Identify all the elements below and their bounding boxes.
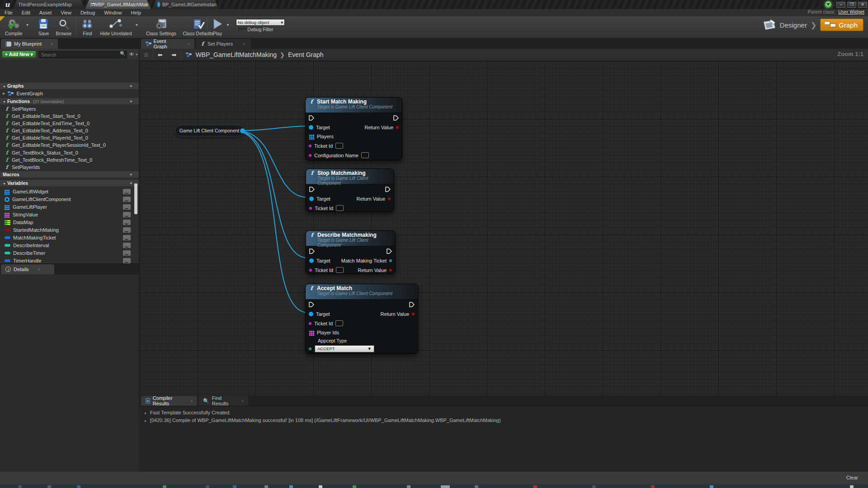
player-ids-array-pin[interactable] xyxy=(309,331,311,332)
window-minimize-button[interactable]: – xyxy=(836,2,845,8)
tab-close-icon[interactable]: x xyxy=(38,267,40,272)
scrollbar-thumb[interactable] xyxy=(134,183,137,214)
configuration-name-input[interactable] xyxy=(361,152,369,158)
function-item[interactable]: fGet_TextBlock_Status_Text_0 xyxy=(0,149,139,156)
ticket-id-pin[interactable] xyxy=(309,145,311,147)
tab-close-icon[interactable]: x xyxy=(191,399,193,403)
variable-item[interactable]: GameLiftWidget xyxy=(0,188,139,195)
eye-closed-icon[interactable] xyxy=(123,235,131,240)
target-pin[interactable] xyxy=(309,197,314,201)
section-macros[interactable]: Macros + xyxy=(0,171,139,178)
eye-closed-icon[interactable] xyxy=(123,227,131,233)
exec-in-pin[interactable] xyxy=(309,302,314,307)
taskbar-icon[interactable] xyxy=(206,485,209,488)
taskbar-icon[interactable] xyxy=(47,485,51,488)
exec-out-pin[interactable] xyxy=(385,187,391,192)
taskbar-icon[interactable] xyxy=(18,485,22,488)
eye-closed-icon[interactable] xyxy=(123,197,131,202)
node-game-lift-client-component[interactable]: Game Lift Client Component xyxy=(175,125,244,136)
parent-class-link[interactable]: User Widget xyxy=(838,9,864,14)
eye-closed-icon[interactable] xyxy=(123,189,131,194)
taskbar-icon[interactable] xyxy=(533,485,537,488)
forward-arrow-icon[interactable]: ➡ xyxy=(167,52,181,58)
window-maximize-button[interactable]: ❐ xyxy=(847,2,856,8)
ticket-id-input[interactable] xyxy=(335,320,343,326)
add-variable-button[interactable]: + xyxy=(130,180,132,186)
ticket-id-input[interactable] xyxy=(336,267,344,273)
tab-close-icon[interactable]: x xyxy=(242,399,244,403)
object-output-pin[interactable] xyxy=(240,128,245,133)
designer-mode-button[interactable]: Designer xyxy=(762,18,807,32)
menu-edit[interactable]: Edit xyxy=(17,10,35,15)
tab-close-icon[interactable]: x xyxy=(222,2,224,7)
taskbar-icon[interactable] xyxy=(353,485,356,488)
eye-closed-icon[interactable] xyxy=(123,250,131,256)
exec-in-pin[interactable] xyxy=(309,249,315,254)
function-item[interactable]: fGet_EditableText_EndTime_Text_0 xyxy=(0,120,139,127)
exec-in-pin[interactable] xyxy=(309,115,314,121)
variable-item[interactable]: GameLiftPlayer xyxy=(0,203,139,211)
menu-file[interactable]: File xyxy=(0,10,17,15)
tab-set-players[interactable]: f Set Players x xyxy=(196,39,251,49)
back-arrow-icon[interactable]: ⬅ xyxy=(153,52,167,58)
source-control-icon[interactable] xyxy=(825,1,832,8)
hide-unrelated-options-dropdown[interactable]: ▼ xyxy=(135,23,139,27)
function-item[interactable]: fGet_TextBlock_RefreshTime_Text_0 xyxy=(0,156,139,164)
find-button[interactable]: Find xyxy=(78,18,97,37)
configuration-name-pin[interactable] xyxy=(309,154,311,157)
taskbar-icon[interactable] xyxy=(163,485,166,488)
browse-button[interactable]: Browse xyxy=(52,18,75,37)
taskbar-icon[interactable] xyxy=(710,485,713,488)
variable-item[interactable]: StringValue xyxy=(0,211,139,218)
class-settings-button[interactable]: Class Settings xyxy=(143,18,179,37)
play-button[interactable]: Play xyxy=(209,18,226,37)
section-functions[interactable]: ▼Functions (37 Overridable) + xyxy=(0,98,139,104)
asset-tab-wbp-gameliftmatchmaking[interactable]: WBP_GameLiftMatchMak* x xyxy=(85,0,151,9)
taskbar-icon[interactable] xyxy=(289,485,293,488)
play-options-dropdown[interactable]: ▼ xyxy=(226,23,230,27)
tab-close-icon[interactable]: x xyxy=(243,42,245,46)
add-function-button[interactable]: + xyxy=(130,98,132,104)
expander-arrow-icon[interactable]: ▶ xyxy=(3,92,5,95)
target-pin[interactable] xyxy=(309,312,313,316)
debug-object-select[interactable]: No debug object selected ▾ xyxy=(236,19,285,26)
tab-my-blueprint[interactable]: My Blueprint x xyxy=(1,39,58,49)
graph-canvas[interactable]: Game Lift Client Component fStart Match … xyxy=(140,61,868,395)
taskbar-icon[interactable] xyxy=(319,485,322,488)
ticket-id-input[interactable] xyxy=(335,143,343,149)
return-value-pin[interactable] xyxy=(396,126,399,129)
function-item[interactable]: fGet_EditableText_PlayerSessionId_Text_0 xyxy=(0,141,139,149)
eye-closed-icon[interactable] xyxy=(123,212,131,217)
taskbar-active-icon[interactable] xyxy=(441,485,450,488)
save-button[interactable]: Save xyxy=(34,18,52,37)
breadcrumb-root[interactable]: WBP_GameLiftMatchMaking xyxy=(195,51,277,58)
graph-item-eventgraph[interactable]: ▶ EventGraph xyxy=(0,90,139,97)
target-pin[interactable] xyxy=(309,258,314,263)
menu-asset[interactable]: Asset xyxy=(35,10,57,15)
variable-item[interactable]: MatchMakingTicket xyxy=(0,234,139,241)
asset-tab-bp-gameliftgameinstance[interactable]: BP_GameLiftGameInstan* x xyxy=(152,0,219,9)
compile-button[interactable]: Compile xyxy=(2,18,26,37)
taskbar-icon[interactable] xyxy=(651,485,655,488)
node-stop-matchmaking[interactable]: fStop Matchmaking Target is Game Lift Cl… xyxy=(306,169,394,212)
node-start-match-making[interactable]: fStart Match Making Target is Game Lift … xyxy=(305,97,402,160)
accept-type-dropdown[interactable]: ACCEPT ▼ xyxy=(315,345,374,352)
add-new-button[interactable]: + Add New ▾ xyxy=(2,51,36,58)
ticket-id-pin[interactable] xyxy=(309,322,311,325)
node-describe-matchmaking[interactable]: fDescribe Matchmaking Target is Game Lif… xyxy=(306,230,396,274)
taskbar-icon[interactable] xyxy=(264,485,268,488)
players-array-pin[interactable] xyxy=(309,135,311,136)
function-item[interactable]: fGet_EditableText_Address_Text_0 xyxy=(0,127,139,134)
variable-item[interactable]: DescribeInterval xyxy=(0,242,139,249)
clear-button[interactable]: Clear xyxy=(846,475,858,480)
tab-details[interactable]: i Details x xyxy=(1,264,54,274)
menu-debug[interactable]: Debug xyxy=(76,10,99,15)
function-item[interactable]: fGet_EditableText_PlayerId_Text_0 xyxy=(0,134,139,141)
taskbar-icon[interactable] xyxy=(407,485,410,488)
window-close-button[interactable]: ✕ xyxy=(858,2,867,8)
favorite-star-icon[interactable]: ☆ xyxy=(140,51,153,58)
menu-help[interactable]: Help xyxy=(126,10,146,15)
tab-compiler-results[interactable]: » Compiler Results x xyxy=(141,396,197,406)
tab-find-results[interactable]: 🔍 Find Results x xyxy=(198,396,248,406)
add-graph-button[interactable]: + xyxy=(130,83,132,89)
